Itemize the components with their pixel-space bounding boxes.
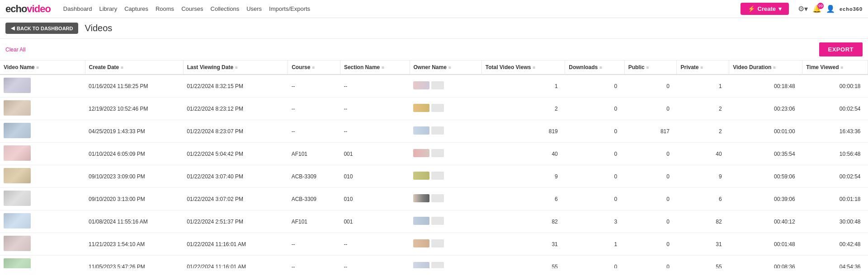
sort-icon-views: ≡	[533, 65, 535, 70]
sort-icon-course: ≡	[312, 65, 315, 70]
cell-total-video-views: 31	[481, 233, 565, 256]
toolbar: Clear All EXPORT	[0, 39, 868, 61]
cell-owner-name	[410, 233, 481, 256]
cell-downloads: 0	[565, 188, 624, 210]
back-to-dashboard-button[interactable]: ◀ BACK TO DASHBOARD	[5, 23, 78, 34]
cell-private: 82	[677, 210, 729, 233]
cell-course: --	[288, 75, 340, 98]
cell-total-video-views: 40	[481, 143, 565, 165]
table-row[interactable]: 01/10/2024 6:05:09 PM 01/22/2024 5:04:42…	[0, 143, 868, 165]
col-section-name[interactable]: Section Name≡	[340, 61, 410, 75]
create-button[interactable]: ⚡ Create ▾	[741, 3, 789, 15]
cell-private: 31	[677, 233, 729, 256]
cell-total-video-views: 2	[481, 98, 565, 120]
cell-section-name: --	[340, 233, 410, 256]
table-row[interactable]: 01/08/2024 11:55:16 AM 01/22/2024 2:51:3…	[0, 210, 868, 233]
cell-time-viewed: 30:00:48	[802, 210, 868, 233]
cell-video-name	[0, 256, 85, 269]
cell-private: 6	[677, 188, 729, 210]
table-row[interactable]: 04/25/2019 1:43:33 PM 01/22/2024 8:23:07…	[0, 120, 868, 143]
cell-create-date: 01/16/2024 11:58:25 PM	[85, 75, 183, 98]
col-public[interactable]: Public≡	[624, 61, 677, 75]
profile-icon: 👤	[826, 5, 835, 13]
nav-captures[interactable]: Captures	[124, 5, 148, 12]
cell-owner-name	[410, 188, 481, 210]
cell-owner-name	[410, 98, 481, 120]
cell-total-video-views: 1	[481, 75, 565, 98]
cell-total-video-views: 82	[481, 210, 565, 233]
cell-course: --	[288, 120, 340, 143]
col-course[interactable]: Course≡	[288, 61, 340, 75]
clear-all-button[interactable]: Clear All	[5, 47, 26, 53]
table-container[interactable]: Video Name≡ Create Date≡ Last Viewing Da…	[0, 61, 868, 268]
cell-create-date: 01/10/2024 6:05:09 PM	[85, 143, 183, 165]
cell-public: 0	[624, 233, 677, 256]
nav-icons: ⚙▾ 🔔 99 👤 echo360	[798, 5, 863, 13]
cell-create-date: 01/08/2024 11:55:16 AM	[85, 210, 183, 233]
cell-video-duration: 00:23:06	[729, 98, 802, 120]
col-video-name[interactable]: Video Name≡	[0, 61, 85, 75]
col-video-duration[interactable]: Video Duration≡	[729, 61, 802, 75]
gear-icon: ⚙	[798, 5, 804, 13]
page-title: Videos	[85, 23, 112, 33]
settings-button[interactable]: ⚙▾	[798, 5, 808, 13]
col-downloads[interactable]: Downloads≡	[565, 61, 624, 75]
create-bolt-icon: ⚡	[748, 5, 755, 12]
cell-video-duration: 00:08:36	[729, 256, 802, 269]
col-time-viewed[interactable]: Time Viewed≡	[802, 61, 868, 75]
cell-video-duration: 00:35:54	[729, 143, 802, 165]
cell-time-viewed: 04:54:36	[802, 256, 868, 269]
profile-button[interactable]: 👤	[826, 5, 835, 13]
col-owner-name[interactable]: Owner Name≡	[410, 61, 481, 75]
cell-create-date: 04/25/2019 1:43:33 PM	[85, 120, 183, 143]
nav-users[interactable]: Users	[246, 5, 262, 12]
echoio-logo: echo360	[840, 6, 863, 12]
cell-video-name	[0, 188, 85, 210]
col-last-viewing-date[interactable]: Last Viewing Date≡	[183, 61, 288, 75]
nav-collections[interactable]: Collections	[211, 5, 240, 12]
cell-time-viewed: 00:00:18	[802, 75, 868, 98]
cell-time-viewed: 00:01:18	[802, 188, 868, 210]
cell-section-name: 010	[340, 188, 410, 210]
table-row[interactable]: 09/10/2020 3:13:00 PM 01/22/2024 3:07:02…	[0, 188, 868, 210]
videos-table: Video Name≡ Create Date≡ Last Viewing Da…	[0, 61, 868, 268]
table-row[interactable]: 11/05/2023 5:47:26 PM 01/22/2024 11:16:0…	[0, 256, 868, 269]
cell-video-name	[0, 233, 85, 256]
table-row[interactable]: 11/21/2023 1:54:10 AM 01/22/2024 11:16:0…	[0, 233, 868, 256]
table-row[interactable]: 09/10/2023 3:09:00 PM 01/22/2024 3:07:40…	[0, 165, 868, 188]
export-button[interactable]: EXPORT	[819, 42, 863, 56]
cell-downloads: 0	[565, 75, 624, 98]
cell-section-name: --	[340, 98, 410, 120]
cell-section-name: --	[340, 120, 410, 143]
cell-last-viewing-date: 01/22/2024 3:07:40 PM	[183, 165, 288, 188]
cell-last-viewing-date: 01/22/2024 2:51:37 PM	[183, 210, 288, 233]
cell-private: 9	[677, 165, 729, 188]
nav-library[interactable]: Library	[99, 5, 117, 12]
cell-owner-name	[410, 210, 481, 233]
cell-video-name	[0, 75, 85, 98]
cell-last-viewing-date: 01/22/2024 8:23:07 PM	[183, 120, 288, 143]
cell-public: 0	[624, 165, 677, 188]
cell-public: 0	[624, 143, 677, 165]
cell-total-video-views: 9	[481, 165, 565, 188]
cell-section-name: --	[340, 256, 410, 269]
nav-imports-exports[interactable]: Imports/Exports	[269, 5, 310, 12]
notification-badge: 99	[817, 3, 824, 9]
table-row[interactable]: 01/16/2024 11:58:25 PM 01/22/2024 8:32:1…	[0, 75, 868, 98]
cell-last-viewing-date: 01/22/2024 11:16:01 AM	[183, 233, 288, 256]
col-private[interactable]: Private≡	[677, 61, 729, 75]
nav-dashboard[interactable]: Dashboard	[63, 5, 92, 12]
col-create-date[interactable]: Create Date≡	[85, 61, 183, 75]
cell-course: --	[288, 233, 340, 256]
table-row[interactable]: 12/19/2023 10:52:46 PM 01/22/2024 8:23:1…	[0, 98, 868, 120]
cell-owner-name	[410, 165, 481, 188]
cell-owner-name	[410, 143, 481, 165]
nav-rooms[interactable]: Rooms	[156, 5, 174, 12]
notifications-button[interactable]: 🔔 99	[812, 5, 821, 13]
nav-links: Dashboard Library Captures Rooms Courses…	[63, 5, 310, 12]
cell-video-duration: 00:40:12	[729, 210, 802, 233]
cell-public: 0	[624, 98, 677, 120]
nav-courses[interactable]: Courses	[181, 5, 203, 12]
col-total-video-views[interactable]: Total Video Views≡	[481, 61, 565, 75]
top-nav: echovideo Dashboard Library Captures Roo…	[0, 0, 868, 18]
